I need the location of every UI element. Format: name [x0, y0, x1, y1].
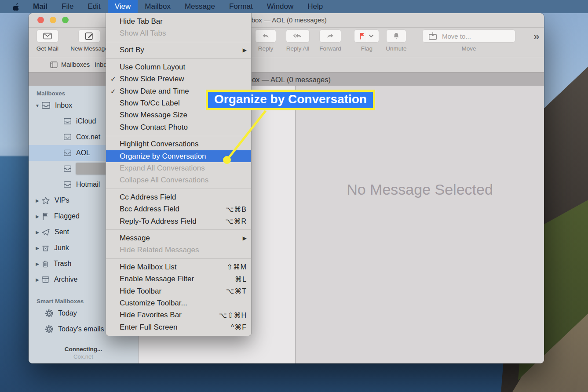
archive-box-icon [41, 275, 50, 284]
menu-separator [106, 58, 251, 59]
mailbox-tray-icon [63, 133, 72, 141]
menu-separator [106, 229, 251, 230]
bell-icon [392, 32, 401, 40]
menu-item-reply-to-address-field[interactable]: Reply-To Address Field⌥⌘R [106, 215, 251, 227]
sidebar-item-label: Junk [54, 244, 69, 252]
sidebar-item-label: Flagged [54, 212, 80, 220]
close-window-button[interactable] [37, 17, 44, 23]
reply-all-label: Reply All [283, 45, 313, 52]
message-pane: No Message Selected [296, 86, 544, 363]
disclosure-closed-icon[interactable]: ▶ [34, 230, 41, 235]
gear-icon [44, 309, 54, 318]
forward-label: Forward [315, 45, 345, 52]
checkmark-icon: ✓ [110, 75, 120, 83]
menu-item-hide-mailbox-list[interactable]: Hide Mailbox List⇧⌘M [106, 261, 251, 273]
new-message-button[interactable] [78, 29, 100, 43]
mailbox-tray-icon [63, 165, 72, 173]
reply-button[interactable] [255, 29, 276, 43]
envelope-icon [42, 31, 53, 41]
shortcut-label: ⇧⌘M [226, 263, 247, 271]
connection-status: Connecting... Cox.net [29, 346, 138, 360]
menu-item-organize-by-conversation[interactable]: Organize by Conversation [106, 150, 251, 162]
reply-all-button[interactable] [286, 29, 310, 43]
shortcut-label: ⌥⌘T [226, 287, 247, 295]
menu-separator [106, 189, 251, 189]
menu-item-hide-tab-bar[interactable]: Hide Tab Bar [106, 15, 251, 27]
menu-separator [106, 258, 251, 259]
flag-label: Flag [352, 45, 382, 52]
mailbox-tray-icon [63, 117, 72, 125]
trash-icon [41, 259, 50, 269]
menu-item-collapse-all-conversations: Collapse All Conversations [106, 174, 251, 186]
sidebar-item-label: iCloud [76, 117, 96, 125]
menu-item-use-column-layout[interactable]: Use Column Layout [106, 61, 251, 73]
disclosure-closed-icon[interactable]: ▶ [34, 277, 41, 282]
disclosure-closed-icon[interactable]: ▶ [34, 214, 41, 219]
menu-item-message[interactable]: Message▶ [106, 232, 251, 244]
menu-item-hide-toolbar[interactable]: Hide Toolbar⌥⌘T [106, 285, 251, 297]
reply-label: Reply [251, 45, 281, 52]
shortcut-label: ⌥⇧⌘H [219, 311, 247, 319]
favorites-mailboxes-label: Mailboxes [61, 61, 90, 68]
view-dropdown-menu: Hide Tab Bar Show All Tabs Sort By▶ Use … [106, 13, 252, 336]
compose-icon [84, 31, 94, 41]
inbox-tray-icon [41, 101, 51, 110]
menu-item-bcc-address-field[interactable]: Bcc Address Field⌥⌘B [106, 203, 251, 215]
menu-item-hide-favorites-bar[interactable]: Hide Favorites Bar⌥⇧⌘H [106, 309, 251, 321]
move-to-button[interactable]: Move to... [422, 29, 515, 43]
unmute-label: Unmute [381, 45, 411, 52]
menu-item-enable-message-filter[interactable]: Enable Message Filter⌘L [106, 273, 251, 285]
menu-item-show-message-size[interactable]: Show Message Size [106, 109, 251, 121]
menu-bar-item-view[interactable]: View [108, 0, 138, 13]
paper-plane-icon [41, 228, 51, 237]
zoom-window-button[interactable] [62, 17, 69, 23]
sidebar-item-label: VIPs [55, 196, 69, 204]
no-message-selected-text: No Message Selected [347, 181, 493, 198]
junk-bin-icon [41, 243, 50, 253]
menu-item-expand-all-conversations: Expand All Conversations [106, 162, 251, 174]
unmute-button[interactable] [386, 29, 406, 43]
menu-bar-item-format[interactable]: Format [222, 0, 260, 13]
new-message-label: New Message [67, 45, 111, 52]
get-mail-button[interactable] [37, 29, 58, 43]
disclosure-open-icon[interactable]: ▼ [34, 103, 41, 108]
menu-item-highlight-conversations[interactable]: Highlight Conversations [106, 138, 251, 150]
menu-item-customize-toolbar[interactable]: Customize Toolbar... [106, 297, 251, 309]
apple-menu[interactable] [7, 0, 26, 13]
menu-item-show-side-preview[interactable]: ✓Show Side Preview [106, 73, 251, 85]
menu-bar-item-mail[interactable]: Mail [26, 0, 55, 13]
get-mail-label: Get Mail [32, 45, 63, 52]
disclosure-closed-icon[interactable]: ▶ [34, 198, 41, 203]
menu-bar-item-message[interactable]: Message [178, 0, 222, 13]
sidebar-item-label: Trash [54, 260, 71, 268]
menu-bar-item-file[interactable]: File [55, 0, 80, 13]
menu-bar-item-edit[interactable]: Edit [80, 0, 107, 13]
menu-item-cc-address-field[interactable]: Cc Address Field [106, 191, 251, 203]
menu-bar-item-window[interactable]: Window [260, 0, 300, 13]
disclosure-closed-icon[interactable]: ▶ [34, 261, 41, 266]
forward-icon [325, 32, 335, 40]
menu-item-show-contact-photo[interactable]: Show Contact Photo [106, 121, 251, 133]
menu-item-show-all-tabs: Show All Tabs [106, 27, 251, 39]
reply-icon [261, 32, 270, 40]
disclosure-closed-icon[interactable]: ▶ [34, 246, 41, 250]
tab-title: Inbox — AOL (0 messages) [242, 76, 331, 83]
submenu-arrow-icon: ▶ [243, 47, 247, 53]
menu-bar-item-help[interactable]: Help [300, 0, 330, 13]
callout-organize-by-conversation: Organize by Conversation [206, 90, 375, 110]
menu-bar-item-mailbox[interactable]: Mailbox [138, 0, 178, 13]
mailbox-tray-icon [63, 149, 72, 157]
menu-item-enter-full-screen[interactable]: Enter Full Screen^⌘F [106, 321, 251, 333]
menu-separator [106, 136, 251, 136]
menu-item-sort-by[interactable]: Sort By▶ [106, 44, 251, 56]
minimize-window-button[interactable] [50, 17, 56, 23]
toolbar-overflow-button[interactable]: » [533, 30, 539, 43]
chevron-down-icon[interactable] [369, 34, 374, 38]
move-to-icon [428, 31, 438, 41]
flag-button[interactable] [354, 29, 379, 43]
move-to-placeholder: Move to... [442, 33, 471, 40]
forward-button[interactable] [319, 29, 341, 43]
sidebar-item-label: Today's emails [58, 325, 104, 333]
checkmark-icon: ✓ [110, 87, 120, 95]
favorites-mailboxes[interactable]: Mailboxes [50, 57, 90, 72]
